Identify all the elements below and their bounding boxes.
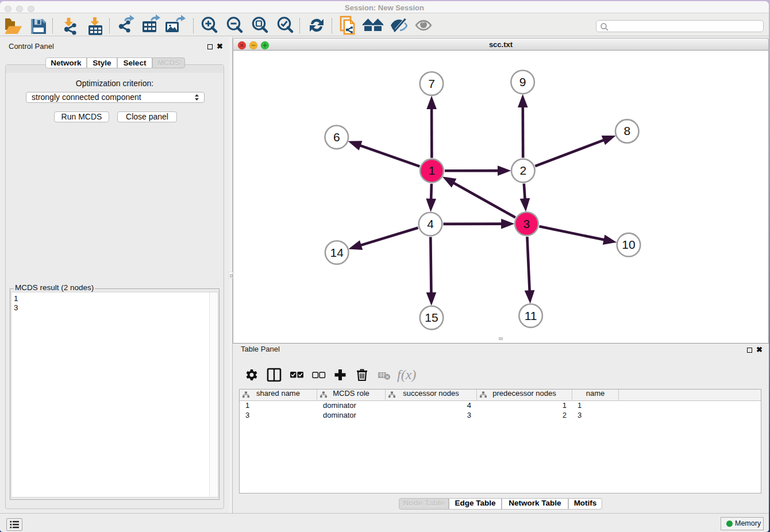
svg-text:6: 6: [333, 130, 340, 144]
svg-text:2: 2: [519, 164, 526, 177]
svg-text:11: 11: [524, 309, 537, 322]
svg-text:15: 15: [425, 311, 438, 324]
svg-text:10: 10: [622, 238, 635, 251]
svg-text:14: 14: [330, 246, 344, 259]
svg-text:9: 9: [519, 75, 526, 88]
svg-text:8: 8: [623, 124, 630, 137]
svg-text:4: 4: [427, 217, 434, 230]
svg-text:3: 3: [523, 217, 530, 230]
svg-text:f(x): f(x): [397, 367, 416, 382]
svg-text:7: 7: [428, 77, 435, 90]
svg-text:1: 1: [428, 164, 435, 177]
